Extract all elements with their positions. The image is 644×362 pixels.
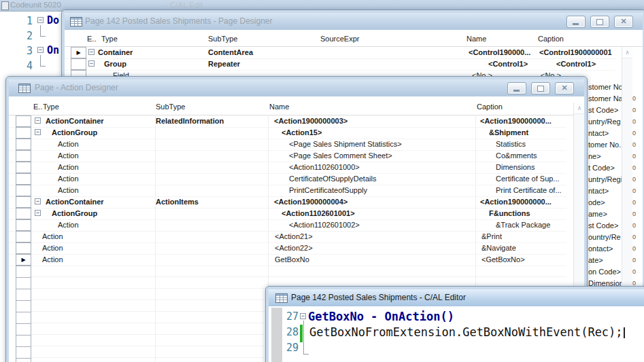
cell-caption: &Shipment	[489, 127, 528, 139]
cell-type: Action	[58, 173, 79, 185]
row-selector[interactable]	[16, 162, 31, 173]
action-designer-titlebar[interactable]: Page - Action Designer ✕	[9, 79, 584, 96]
collapse-icon[interactable]: −	[35, 117, 41, 124]
col-header-expand[interactable]: E..	[33, 103, 42, 111]
table-icon	[70, 17, 82, 26]
row-selector[interactable]	[16, 150, 31, 162]
cell-caption: Print Certificate of...	[496, 185, 562, 196]
table-row[interactable]: Action <Page Sales Shipment Statistics> …	[9, 139, 566, 151]
table-row[interactable]: Action PrintCertificateofSupply Print Ce…	[9, 185, 566, 197]
collapse-icon[interactable]: −	[88, 49, 95, 55]
table-row[interactable]: ▶ − Container ContentArea <Control190000…	[65, 47, 615, 59]
collapse-icon[interactable]: −	[35, 210, 41, 216]
row-selector[interactable]	[16, 231, 31, 242]
table-row[interactable]: Action <Action1102601002> &Track Package	[9, 219, 566, 232]
row-selector[interactable]	[16, 219, 31, 231]
table-row[interactable]: Action <Action21> &Print	[9, 231, 566, 243]
table-row[interactable]: − ActionContainer ActionItems <Action190…	[9, 196, 566, 209]
collapse-icon[interactable]: −	[35, 129, 41, 135]
cell-caption: <Control1900000001	[539, 47, 612, 58]
table-row[interactable]: Action <Action22> &Navigate	[9, 242, 566, 255]
row-selector[interactable]: ▶	[16, 254, 31, 266]
minimize-button[interactable]	[566, 16, 586, 28]
restore-button[interactable]	[590, 16, 609, 28]
table-row[interactable]: − ActionGroup <Action1102601001> F&uncti…	[9, 208, 566, 220]
cell-type: Group	[104, 58, 126, 70]
row-selector[interactable]	[16, 208, 31, 219]
collapse-icon[interactable]: −	[300, 313, 306, 319]
cell-subtype: ActionItems	[156, 196, 199, 208]
minimize-icon	[573, 23, 579, 25]
row-selector[interactable]	[16, 185, 31, 196]
table-row[interactable]: − ActionGroup <Action15> &Shipment	[9, 127, 566, 139]
row-selector[interactable]	[16, 242, 31, 254]
cell-subtype: ContentArea	[208, 47, 253, 58]
row-selector[interactable]	[16, 196, 31, 208]
collapse-icon[interactable]: −	[88, 60, 95, 67]
cell-name: <Page Sales Shipment Statistics>	[289, 139, 402, 150]
minimize-icon	[513, 90, 520, 92]
table-row[interactable]: Action <Page Sales Comment Sheet> Co&mme…	[9, 150, 566, 162]
document-icon	[1, 1, 9, 10]
cal-editor-window: Page 142 Posted Sales Shipments - C/AL E…	[265, 286, 644, 362]
clipped-edge-column: 00000000000000000	[632, 93, 639, 289]
cell-type: Action	[58, 162, 79, 173]
table-row[interactable]: Action <Action1102601000> Dimensions	[9, 162, 566, 174]
code-line-trigger[interactable]: GetBoxNo - OnAction()	[308, 309, 454, 325]
fold-line	[40, 25, 46, 37]
close-button[interactable]: ✕	[614, 16, 633, 28]
row-selector[interactable]	[16, 127, 31, 139]
fold-line	[40, 55, 46, 67]
col-header-expand[interactable]: E..	[87, 35, 96, 43]
row-selector[interactable]	[16, 139, 31, 150]
col-header-type[interactable]: Type	[101, 35, 118, 43]
col-header-name[interactable]: Name	[269, 103, 289, 111]
cell-name: GetBoxNo	[275, 254, 309, 266]
scroll-up-icon[interactable]: ∧	[574, 103, 584, 114]
code-line-body[interactable]: GetBoxNoFromExtension.GetBoxNoWithEvent(…	[309, 325, 625, 340]
editor-margin	[271, 308, 282, 362]
restore-button[interactable]	[531, 82, 550, 94]
col-header-type[interactable]: Type	[43, 103, 59, 111]
current-row-icon: ▶	[21, 257, 25, 263]
clipped-caption-fragments[interactable]: stomer Nostomer Nast Code>untry/Regntact…	[588, 82, 622, 289]
cell-name: <Control190000...	[469, 47, 530, 58]
cell-caption: <Action190000000...	[480, 115, 552, 127]
fold-line	[303, 321, 309, 355]
cal-editor-title: Page 142 Posted Sales Shipments - C/AL E…	[291, 293, 466, 302]
cell-name: PrintCertificateofSupply	[289, 185, 367, 196]
codeunit-title: Codeunit 5020	[10, 1, 61, 9]
cell-caption: F&unctions	[489, 208, 530, 219]
close-button[interactable]: ✕	[555, 82, 574, 94]
collapse-icon[interactable]: −	[37, 47, 44, 53]
changed-line-indicator	[300, 325, 303, 342]
col-header-subtype[interactable]: SubType	[208, 35, 237, 43]
col-header-caption[interactable]: Caption	[477, 103, 503, 111]
table-row-selected[interactable]: ▶ Action GetBoxNo <GetBoxNo>	[9, 254, 566, 266]
row-selector[interactable]	[71, 58, 86, 70]
cell-type: Action	[58, 150, 79, 162]
col-header-name[interactable]: Name	[467, 35, 486, 43]
page-designer-scrollbar[interactable]: ∧	[622, 47, 632, 293]
empty-row-selectors[interactable]	[16, 266, 31, 362]
cell-name: <Control1>	[488, 58, 528, 70]
collapse-icon[interactable]: −	[35, 198, 41, 204]
table-row[interactable]: − Group Repeater <Control1> <Control1>	[65, 58, 615, 71]
cell-caption: &Track Package	[496, 219, 550, 231]
row-selector[interactable]: ▶	[71, 47, 86, 58]
col-header-sourceexpr[interactable]: SourceExpr	[320, 35, 359, 43]
table-row[interactable]: − ActionContainer RelatedInformation <Ac…	[9, 115, 566, 128]
line-number: 29	[285, 340, 299, 356]
col-header-caption[interactable]: Caption	[538, 35, 564, 43]
scroll-up-icon[interactable]: ∧	[622, 47, 632, 58]
col-header-subtype[interactable]: SubType	[156, 103, 185, 111]
minimize-button[interactable]	[507, 82, 526, 94]
collapse-icon[interactable]: −	[37, 17, 44, 23]
page-designer-titlebar[interactable]: Page 142 Posted Sales Shipments - Page D…	[65, 13, 643, 30]
cal-editor-body[interactable]: 27 28 29 − GetBoxNo - OnAction() GetBoxN…	[269, 308, 644, 362]
table-row[interactable]: Action CertificateOfSupplyDetails Certif…	[9, 173, 566, 185]
row-selector[interactable]	[16, 173, 31, 185]
row-selector[interactable]	[16, 115, 31, 127]
cell-name: <Action1102601002>	[289, 219, 360, 231]
cal-editor-titlebar[interactable]: Page 142 Posted Sales Shipments - C/AL E…	[269, 289, 644, 306]
